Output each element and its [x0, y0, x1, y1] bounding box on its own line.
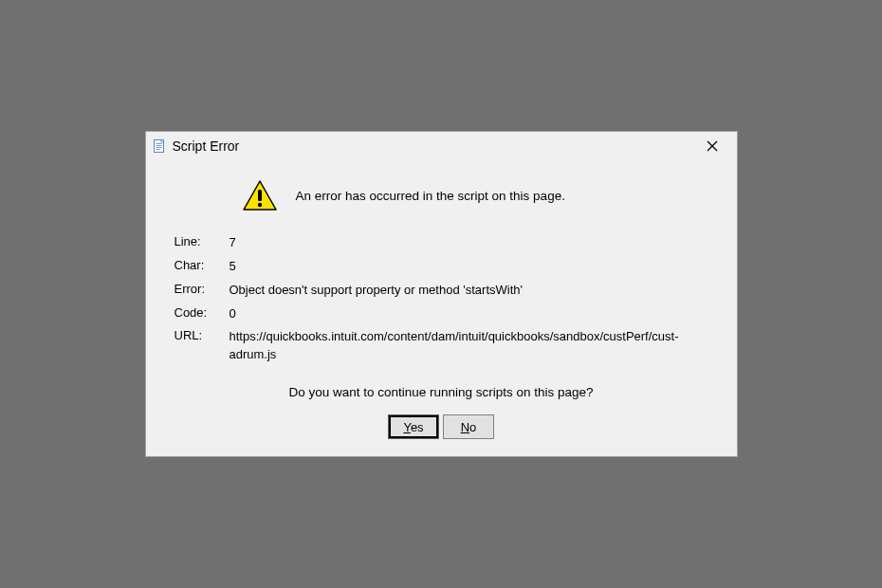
titlebar-left: Script Error	[152, 138, 240, 154]
char-label: Char:	[175, 258, 230, 272]
svg-point-8	[257, 203, 261, 207]
line-value: 7	[230, 234, 708, 252]
header-message: An error has occurred in the script on t…	[296, 189, 565, 203]
svg-rect-7	[258, 190, 262, 201]
close-button[interactable]	[695, 136, 729, 156]
url-label: URL:	[175, 328, 230, 342]
detail-row-line: Line: 7	[175, 234, 708, 252]
detail-row-char: Char: 5	[175, 258, 708, 276]
detail-row-code: Code: 0	[175, 305, 708, 323]
error-value: Object doesn't support property or metho…	[230, 282, 708, 300]
button-row: Yes No	[175, 414, 708, 439]
url-value: https://quickbooks.intuit.com/content/da…	[230, 328, 708, 364]
details-section: Line: 7 Char: 5 Error: Object doesn't su…	[175, 234, 708, 364]
detail-row-error: Error: Object doesn't support property o…	[175, 282, 708, 300]
detail-row-url: URL: https://quickbooks.intuit.com/conte…	[175, 328, 708, 364]
close-icon	[707, 140, 718, 152]
warning-icon	[241, 179, 279, 213]
line-label: Line:	[175, 234, 230, 248]
error-label: Error:	[175, 282, 230, 296]
code-label: Code:	[175, 305, 230, 320]
dialog-content: An error has occurred in the script on t…	[146, 160, 737, 456]
continue-question: Do you want to continue running scripts …	[175, 385, 708, 399]
document-icon	[152, 138, 167, 154]
yes-button[interactable]: Yes	[388, 414, 439, 439]
no-button[interactable]: No	[443, 414, 494, 439]
code-value: 0	[230, 305, 708, 323]
header-row: An error has occurred in the script on t…	[241, 179, 708, 213]
script-error-dialog: Script Error An error has occurred in th…	[145, 131, 738, 457]
dialog-title: Script Error	[173, 138, 240, 154]
titlebar: Script Error	[146, 132, 737, 160]
char-value: 5	[230, 258, 708, 276]
